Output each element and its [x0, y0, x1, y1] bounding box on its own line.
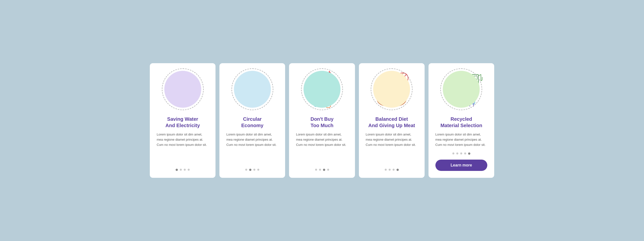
card-1-text: Lorem ipsum dolor sit dim amet, mea regi…	[157, 132, 208, 164]
dot-5-5	[468, 152, 470, 155]
card-4-title: Balanced DietAnd Giving Up Meat	[368, 116, 415, 128]
dot-5-2	[456, 152, 458, 154]
cards-container: Saving WaterAnd Electricity Lorem ipsum …	[150, 63, 494, 178]
dot-1-4	[188, 169, 190, 171]
card-5-text: Lorem ipsum dolor sit dim amet, mea regi…	[436, 132, 487, 147]
card-2-text: Lorem ipsum dolor sit dim amet, mea regi…	[226, 132, 278, 164]
card-saving-water: Saving WaterAnd Electricity Lorem ipsum …	[150, 63, 216, 178]
dot-4-1	[385, 169, 387, 171]
dot-3-3	[323, 169, 325, 171]
dot-4-2	[389, 169, 391, 171]
card-recycled-material: RecycledMaterial Selection Lorem ipsum d…	[428, 63, 494, 178]
card-dont-buy: Don't BuyToo Much Lorem ipsum dolor sit …	[289, 63, 355, 178]
card-3-title: Don't BuyToo Much	[310, 116, 334, 128]
card-1-icon-area	[161, 67, 205, 112]
card-3-text: Lorem ipsum dolor sit dim amet, mea regi…	[296, 132, 348, 164]
dot-5-3	[460, 152, 462, 154]
dot-3-4	[327, 169, 329, 171]
dashed-circle-4	[371, 68, 412, 110]
card-4-dots	[385, 169, 399, 171]
card-4-text: Lorem ipsum dolor sit dim amet, mea regi…	[366, 132, 418, 164]
card-circular-economy: CircularEconomy Lorem ipsum dolor sit di…	[220, 63, 285, 178]
card-1-title: Saving WaterAnd Electricity	[166, 116, 200, 128]
dot-4-3	[392, 169, 394, 171]
dot-2-4	[257, 169, 259, 171]
dot-2-3	[253, 169, 255, 171]
card-3-dots	[315, 169, 329, 171]
card-1-dots	[176, 169, 190, 171]
dot-1-2	[180, 169, 182, 171]
dot-5-1	[452, 152, 454, 154]
dot-2-1	[245, 169, 247, 171]
dot-4-4	[396, 169, 399, 171]
dot-3-2	[319, 169, 321, 171]
dashed-circle-2	[232, 68, 273, 110]
card-2-icon-area	[230, 67, 274, 112]
card-5-title: RecycledMaterial Selection	[440, 116, 482, 128]
dot-2-2	[249, 169, 252, 171]
dashed-circle-5	[440, 68, 482, 110]
card-5-icon-area	[439, 67, 483, 112]
dot-3-1	[315, 169, 317, 171]
dashed-circle-3	[301, 68, 343, 110]
dot-5-4	[464, 152, 466, 154]
dot-1-3	[184, 169, 186, 171]
learn-more-button[interactable]: Learn more	[436, 160, 487, 171]
card-balanced-diet: Balanced DietAnd Giving Up Meat Lorem ip…	[359, 63, 424, 178]
card-3-icon-area	[300, 67, 344, 112]
dashed-circle-1	[162, 68, 204, 110]
card-5-dots	[452, 152, 470, 155]
card-2-dots	[245, 169, 259, 171]
card-4-icon-area	[370, 67, 414, 112]
card-2-title: CircularEconomy	[241, 116, 264, 128]
dot-1-1	[176, 169, 178, 171]
